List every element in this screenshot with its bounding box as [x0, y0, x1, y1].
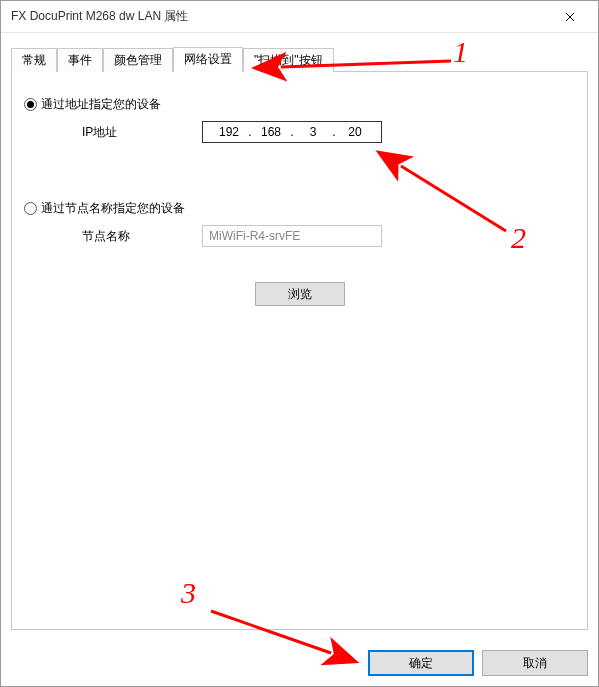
group-specify-by-ip: 通过地址指定您的设备 IP地址 192 . 168 . 3 . 20	[12, 96, 382, 143]
tab-network-settings[interactable]: 网络设置	[173, 47, 243, 72]
ip-octet-4[interactable]: 20	[337, 125, 373, 139]
radio-by-node-label: 通过节点名称指定您的设备	[41, 200, 185, 217]
tab-color-management[interactable]: 颜色管理	[103, 48, 173, 72]
ip-octet-3[interactable]: 3	[295, 125, 331, 139]
radio-by-node[interactable]: 通过节点名称指定您的设备	[24, 200, 382, 217]
tab-events[interactable]: 事件	[57, 48, 103, 72]
browse-wrap: 浏览	[12, 282, 587, 306]
properties-dialog: FX DocuPrint M268 dw LAN 属性 常规 事件 颜色管理 网…	[0, 0, 599, 687]
close-icon[interactable]	[550, 3, 590, 31]
ok-button[interactable]: 确定	[368, 650, 474, 676]
dialog-footer: 确定 取消	[368, 650, 588, 676]
ip-field-row: IP地址 192 . 168 . 3 . 20	[82, 121, 382, 143]
ip-address-input[interactable]: 192 . 168 . 3 . 20	[202, 121, 382, 143]
radio-by-ip-label: 通过地址指定您的设备	[41, 96, 161, 113]
group-specify-by-node: 通过节点名称指定您的设备 节点名称 MiWiFi-R4-srvFE	[12, 200, 382, 247]
tab-general[interactable]: 常规	[11, 48, 57, 72]
browse-button[interactable]: 浏览	[255, 282, 345, 306]
node-name-input[interactable]: MiWiFi-R4-srvFE	[202, 225, 382, 247]
ip-label: IP地址	[82, 124, 202, 141]
tab-scan-to-button[interactable]: "扫描到"按钮	[243, 48, 334, 72]
ip-octet-1[interactable]: 192	[211, 125, 247, 139]
cancel-button[interactable]: 取消	[482, 650, 588, 676]
tabstrip: 常规 事件 颜色管理 网络设置 "扫描到"按钮	[11, 49, 588, 71]
window-title: FX DocuPrint M268 dw LAN 属性	[11, 8, 550, 25]
node-field-row: 节点名称 MiWiFi-R4-srvFE	[82, 225, 382, 247]
radio-icon	[24, 202, 37, 215]
node-name-label: 节点名称	[82, 228, 202, 245]
titlebar: FX DocuPrint M268 dw LAN 属性	[1, 1, 598, 33]
node-name-value: MiWiFi-R4-srvFE	[209, 229, 300, 243]
tab-container: 常规 事件 颜色管理 网络设置 "扫描到"按钮 通过地址指定您的设备 IP地址 …	[11, 49, 588, 630]
radio-by-ip[interactable]: 通过地址指定您的设备	[24, 96, 382, 113]
ip-octet-2[interactable]: 168	[253, 125, 289, 139]
tabpanel-network: 通过地址指定您的设备 IP地址 192 . 168 . 3 . 20	[11, 71, 588, 630]
radio-icon	[24, 98, 37, 111]
